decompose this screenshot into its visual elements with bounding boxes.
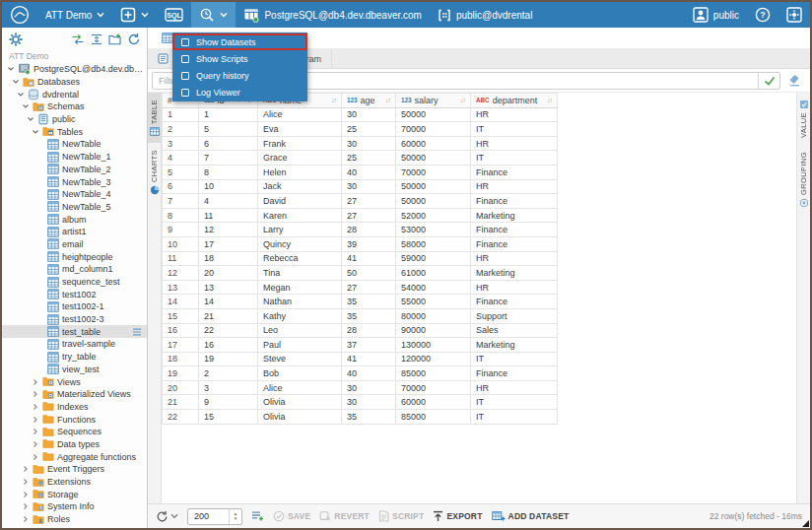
cell-salary[interactable]: 60000 [396,395,471,410]
connection-selector[interactable]: PostgreSQL@db4.dev.dbeaver.com [236,2,430,28]
chevron-closed-icon[interactable] [21,465,30,473]
row-number[interactable]: 1 [163,107,199,122]
tree-item-databases[interactable]: Databases [2,76,147,89]
refresh-button[interactable] [156,510,178,523]
cell-department[interactable]: Marketing [471,266,558,281]
add-dataset-button[interactable]: ADD DATASET [492,510,570,522]
cell-name[interactable]: Grace [258,151,342,166]
chevron-open-icon[interactable] [6,65,15,73]
cell-name[interactable]: Alice [258,380,342,395]
navigator-settings-icon[interactable] [8,32,24,47]
cell-age[interactable]: 28 [342,323,396,338]
cell-department[interactable]: HR [471,107,558,122]
cell-salary[interactable]: 120000 [396,352,471,366]
chevron-open-icon[interactable] [11,78,20,86]
chevron-closed-icon[interactable] [31,416,39,424]
schema-selector[interactable]: public@dvdrental [430,2,540,28]
cell-age[interactable]: 30 [342,136,396,151]
cell-department[interactable]: IT [471,151,558,166]
cell-name[interactable]: Tina [258,266,342,281]
row-number[interactable]: 8 [163,208,199,223]
cell-name[interactable]: Alice [258,107,342,122]
cell-age[interactable]: 41 [342,352,396,366]
tree-item-newtable-4[interactable]: NewTable_4 [2,188,147,201]
sort-toggle-icon[interactable]: ↓↑ [547,97,552,103]
user-menu[interactable]: public [685,2,747,28]
cell-age[interactable]: 27 [342,280,396,295]
cell-id[interactable]: 1 [199,107,258,122]
cell-salary[interactable]: 50000 [396,107,471,122]
app-logo[interactable] [2,2,37,28]
column-header-age[interactable]: 123age↓↑ [342,94,396,108]
row-number[interactable]: 5 [163,165,199,179]
row-number[interactable]: 2 [163,122,199,137]
cell-age[interactable]: 30 [342,395,396,410]
tree-item-storage[interactable]: Storage [2,488,147,500]
tree-item-newtable-1[interactable]: NewTable_1 [2,151,147,164]
cell-salary[interactable]: 58000 [396,236,471,251]
cell-salary[interactable]: 55000 [396,295,471,309]
chevron-open-icon[interactable] [21,102,30,110]
row-number[interactable]: 17 [163,338,199,353]
tree-item-indexes[interactable]: Indexes [2,401,147,414]
tree-item-postgresql-db4-dev-dbeaver-com[interactable]: PostgreSQL@db4.dev.dbeaver.com [2,63,147,76]
tree-item-functions[interactable]: Functions [2,413,147,426]
cell-department[interactable]: Marketing [471,208,558,223]
chevron-open-icon[interactable] [26,115,34,123]
chevron-closed-icon[interactable] [21,478,30,486]
cell-age[interactable]: 39 [342,236,396,251]
cell-name[interactable]: Olivia [258,395,342,410]
cell-name[interactable]: David [258,194,342,209]
cell-name[interactable]: Larry [258,223,342,237]
cell-age[interactable]: 40 [342,165,396,179]
cell-age[interactable]: 27 [342,208,396,223]
cell-department[interactable]: Finance [471,295,558,309]
cell-id[interactable]: 4 [199,194,258,209]
side-tab-charts[interactable]: CHARTS [148,143,161,202]
cell-department[interactable]: Finance [471,366,558,381]
tree-item-sequence-test[interactable]: sequence_test [2,276,147,289]
tree-item-test1002-1[interactable]: test1002-1 [2,300,147,313]
sort-toggle-icon[interactable]: ↓↑ [460,97,465,103]
cell-id[interactable]: 10 [199,179,258,194]
chevron-closed-icon[interactable] [31,428,39,435]
cell-id[interactable]: 6 [199,136,258,151]
sort-toggle-icon[interactable]: ↓↑ [385,97,390,103]
new-connection-button[interactable] [112,2,157,28]
cell-salary[interactable]: 61000 [396,266,471,281]
side-tab-table[interactable]: TABLE [148,93,161,143]
workspace-selector[interactable]: ATT Demo [37,2,112,28]
row-number[interactable]: 6 [163,179,199,194]
clear-filter-button[interactable] [785,75,803,87]
cell-department[interactable]: Finance [471,223,558,237]
cell-id[interactable]: 8 [199,165,258,179]
cell-name[interactable]: Frank [258,136,342,151]
chevron-closed-icon[interactable] [21,502,30,510]
tree-item-view-test[interactable]: view_test [2,364,147,376]
tree-item-materialized-views[interactable]: Materialized Views [2,388,147,401]
cell-id[interactable]: 16 [199,338,258,353]
tree-item-travel-sample[interactable]: travel-sample [2,338,147,351]
chevron-closed-icon[interactable] [31,390,39,398]
tree-item-try-table[interactable]: try_table [2,351,147,364]
cell-id[interactable]: 14 [199,295,258,309]
tree-item-aggregate-functions[interactable]: Aggregate functions [2,450,147,463]
chevron-open-icon[interactable] [31,128,39,136]
tree-item-roles[interactable]: Roles [2,513,147,526]
cell-department[interactable]: HR [471,179,558,194]
tree-item-sequences[interactable]: Sequences [2,426,147,438]
tree-item-artist1[interactable]: artist1 [2,226,147,238]
cell-name[interactable]: Karen [258,208,342,223]
row-number[interactable]: 20 [163,380,199,395]
chevron-closed-icon[interactable] [31,453,39,461]
settings-button[interactable] [778,2,810,28]
tree-item-schemas[interactable]: Schemas [2,100,147,113]
cell-name[interactable]: Eva [258,122,342,137]
cell-age[interactable]: 37 [342,338,396,353]
cell-name[interactable]: Paul [258,338,342,353]
cell-salary[interactable]: 53000 [396,223,471,237]
cell-age[interactable]: 35 [342,410,396,425]
cell-name[interactable]: Helen [258,165,342,179]
chevron-closed-icon[interactable] [31,378,39,386]
tree-item-newtable[interactable]: NewTable [2,138,147,151]
